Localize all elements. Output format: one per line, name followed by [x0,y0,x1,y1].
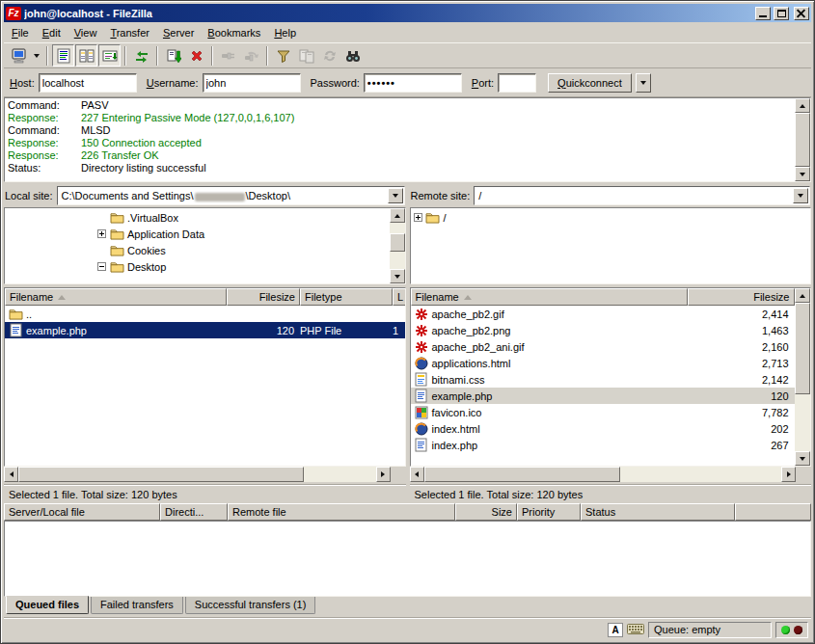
expand-icon[interactable] [97,229,106,238]
scroll-right-button[interactable] [781,467,796,482]
file-row-index-html[interactable]: index.html202 [411,420,796,437]
scrollbar-track[interactable] [795,113,810,167]
menu-file[interactable]: File [5,24,36,41]
file-row-favicon-ico[interactable]: favicon.ico7,782 [411,404,796,420]
scroll-left-button[interactable] [410,467,424,482]
column-header-server-local-file[interactable]: Server/Local file [4,503,160,521]
column-header-directi[interactable]: Directi... [160,503,228,521]
quickconnect-dropdown-button[interactable] [636,73,651,93]
tab-queued-files[interactable]: Queued files [6,596,89,614]
tree-item-application-data[interactable]: Application Data [5,226,390,242]
scrollbar-thumb[interactable] [18,467,304,482]
tree-item-desktop[interactable]: Desktop [5,258,390,275]
host-input[interactable] [39,73,137,93]
file-row-apache-pb2-gif[interactable]: apache_pb2.gif2,414 [411,306,796,322]
port-input[interactable] [498,73,536,93]
tree-item-cookies[interactable]: Cookies [5,242,390,258]
file-row-example-php[interactable]: example.php120 [411,388,796,404]
minimize-button[interactable] [755,7,771,20]
remote-list-hscrollbar[interactable] [410,467,797,482]
local-site-dropdown-button[interactable] [388,188,403,203]
scrollbar-thumb[interactable] [424,467,621,482]
file-row-[interactable]: .. [5,306,405,322]
find-files-button[interactable] [341,44,364,67]
local-site-combobox[interactable]: C:\Documents and Settings\\Desktop\ [57,186,405,205]
local-list-hscrollbar[interactable] [4,467,391,482]
column-header-l[interactable]: L [393,288,405,306]
refresh-file-lists-button[interactable] [130,44,152,67]
password-input[interactable] [364,73,462,93]
scrollbar-thumb[interactable] [795,113,810,167]
username-input[interactable] [203,73,301,93]
scroll-left-button[interactable] [4,467,18,482]
reconnect-button[interactable] [240,44,262,67]
remote-site-dropdown-button[interactable] [793,188,808,203]
tab-successful-transfers-1[interactable]: Successful transfers (1) [185,597,316,614]
open-site-manager-button[interactable] [8,44,30,67]
scrollbar-thumb[interactable] [390,233,405,252]
quickconnect-button[interactable]: Quickconnect [548,73,632,93]
column-header-remote-file[interactable]: Remote file [228,503,455,521]
scroll-down-button[interactable] [390,269,405,283]
menu-server[interactable]: Server [156,24,201,41]
close-button[interactable] [794,7,809,20]
file-row-apache-pb2-ani-gif[interactable]: apache_pb2_ani.gif2,160 [411,338,796,355]
process-queue-button[interactable] [162,44,184,67]
synchronized-browsing-button[interactable] [318,44,340,67]
menu-bookmarks[interactable]: Bookmarks [201,24,267,41]
filter-directory-listings-button[interactable] [272,44,294,67]
remote-list-scrollbar[interactable] [795,288,810,466]
file-row-applications-html[interactable]: applications.html2,713 [411,355,796,371]
column-header-status[interactable]: Status [581,503,735,521]
menu-help[interactable]: Help [267,24,303,41]
toggle-message-log-button[interactable] [52,44,74,67]
scrollbar-track[interactable] [390,223,405,269]
column-header-filename[interactable]: Filename [411,288,688,306]
collapse-icon[interactable] [97,262,106,271]
menu-transfer[interactable]: Transfer [103,24,156,41]
expand-icon[interactable] [414,213,422,222]
scrollbar-track[interactable] [18,467,376,482]
file-name-cell: index.html [411,420,688,437]
tab-failed-transfers[interactable]: Failed transfers [91,597,183,614]
scroll-up-button[interactable] [795,288,810,303]
scroll-up-button[interactable] [795,98,810,113]
menu-view[interactable]: View [68,24,104,41]
disconnect-button[interactable] [217,44,239,67]
file-row-example-php[interactable]: example.php120PHP File1 [5,322,405,338]
tree-item-[interactable]: / [411,209,811,226]
menu-edit[interactable]: Edit [36,24,68,41]
maximize-button[interactable] [774,7,789,20]
queue-body[interactable] [4,521,811,597]
scroll-up-button[interactable] [390,208,405,223]
remote-site-combobox[interactable]: / [474,186,810,205]
column-header-filesize[interactable]: Filesize [688,288,795,306]
scrollbar-thumb[interactable] [795,303,810,394]
filter-icon [276,48,291,64]
cancel-operation-button[interactable] [185,44,207,67]
scroll-down-button[interactable] [795,167,810,181]
local-tree-scrollbar[interactable] [390,208,405,283]
scroll-down-button[interactable] [795,451,810,466]
file-row-bitnami-css[interactable]: bitnami.css2,142 [411,371,796,388]
remote-site-label: Remote site: [411,190,471,201]
scroll-right-button[interactable] [376,467,391,482]
file-row-apache-pb2-png[interactable]: apache_pb2.png1,463 [411,322,796,338]
toggle-transfer-queue-button[interactable] [98,44,121,67]
sort-ascending-icon [464,295,472,300]
column-header-filename[interactable]: Filename [5,288,227,306]
scrollbar-track[interactable] [795,303,810,451]
column-header-size[interactable]: Size [455,503,517,521]
column-header-filesize[interactable]: Filesize [227,288,300,306]
title-bar[interactable]: Fz john@localhost - FileZilla [4,4,811,22]
file-row-index-php[interactable]: index.php267 [411,437,796,453]
folder-icon [425,210,441,226]
message-log-scrollbar[interactable] [795,98,810,181]
directory-comparison-button[interactable] [295,44,317,67]
column-header-filetype[interactable]: Filetype [300,288,393,306]
toggle-directory-trees-button[interactable] [75,44,97,67]
column-header-priority[interactable]: Priority [517,503,581,521]
scrollbar-track[interactable] [424,467,782,482]
site-manager-dropdown-button[interactable] [31,44,42,67]
tree-item-virtualbox[interactable]: .VirtualBox [5,209,390,226]
